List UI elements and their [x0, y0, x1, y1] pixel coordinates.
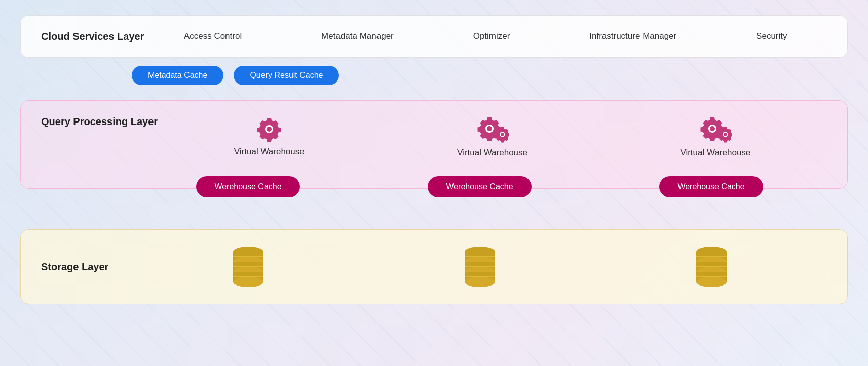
warehouse-label-1: Virtual Warehouse — [234, 147, 305, 157]
storage-section: Storage Layer — [20, 229, 848, 304]
service-metadata-manager: Metadata Manager — [321, 31, 394, 42]
database-icon-3 — [691, 244, 732, 290]
storage-items — [132, 244, 827, 290]
query-result-cache-pill: Query Result Cache — [234, 66, 339, 85]
warehouse-cache-pill-3: Werehouse Cache — [659, 176, 763, 197]
cloud-services-title: Cloud Services Layer — [41, 30, 144, 43]
svg-point-16 — [233, 277, 263, 287]
svg-point-3 — [487, 126, 492, 131]
service-infrastructure-manager: Infrastructure Manager — [589, 31, 676, 42]
warehouse-cache-row: Werehouse Cache Werehouse Cache Werehous… — [132, 176, 827, 197]
query-processing-box: Query Processing Layer Virtual Warehouse — [20, 100, 848, 189]
main-container: Cloud Services Layer Access Control Meta… — [0, 0, 868, 319]
cloud-services-box: Cloud Services Layer Access Control Meta… — [20, 15, 848, 58]
svg-point-1 — [267, 127, 272, 132]
cloud-services-items: Access Control Metadata Manager Optimize… — [144, 31, 827, 42]
metadata-cache-pill: Metadata Cache — [132, 66, 223, 85]
gear-icon-2-double — [476, 115, 509, 145]
gear-icon-1 — [256, 116, 282, 144]
database-icon-2 — [460, 244, 500, 290]
warehouse-cache-pill-1: Werehouse Cache — [196, 176, 299, 197]
service-security: Security — [756, 31, 787, 42]
svg-point-7 — [710, 126, 715, 131]
svg-point-26 — [465, 277, 495, 287]
warehouse-label-3: Virtual Warehouse — [680, 148, 750, 158]
cache-row: Metadata Cache Query Result Cache — [20, 66, 848, 85]
warehouse-item-2: Virtual Warehouse — [457, 115, 527, 158]
svg-point-5 — [501, 133, 504, 136]
query-processing-section: Query Processing Layer Virtual Warehouse — [20, 100, 848, 189]
database-icon-1 — [228, 244, 269, 290]
svg-point-9 — [724, 133, 727, 136]
warehouse-cache-pill-2: Werehouse Cache — [428, 176, 531, 197]
warehouse-items: Virtual Warehouse — [158, 115, 827, 158]
warehouse-item-1: Virtual Warehouse — [234, 116, 305, 157]
storage-title: Storage Layer — [41, 260, 132, 273]
query-processing-title: Query Processing Layer — [41, 115, 158, 128]
warehouse-item-3: Virtual Warehouse — [680, 115, 750, 158]
svg-point-36 — [696, 277, 727, 287]
warehouse-label-2: Virtual Warehouse — [457, 148, 527, 158]
service-optimizer: Optimizer — [473, 31, 510, 42]
gear-icon-3-double — [699, 115, 732, 145]
service-access-control: Access Control — [184, 31, 242, 42]
cloud-services-section: Cloud Services Layer Access Control Meta… — [20, 15, 848, 85]
storage-box: Storage Layer — [20, 229, 848, 304]
